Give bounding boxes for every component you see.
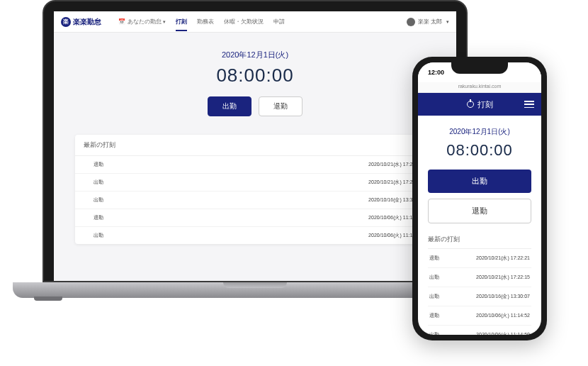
mobile-time: 08:00:00	[428, 141, 531, 160]
punch-type: 退勤	[94, 214, 103, 221]
punch-type: 出勤	[429, 331, 439, 335]
list-item: 退勤2020/10/21(水) 17:22:21	[428, 249, 531, 268]
punch-type: 出勤	[94, 179, 103, 186]
current-time: 08:00:00	[75, 65, 435, 87]
table-row: 出勤2020/10/06(火) 11:14:50	[75, 227, 435, 244]
logo-icon: 楽	[61, 17, 71, 27]
punch-timestamp: 2020/10/06(火) 11:14:50	[476, 331, 530, 335]
calendar-icon: 📅	[118, 18, 125, 25]
hamburger-icon	[524, 101, 534, 108]
punch-type: 退勤	[429, 312, 439, 319]
punch-timestamp: 2020/10/16(金) 13:30:07	[476, 293, 530, 300]
current-date: 2020年12月1日(火)	[75, 50, 435, 60]
list-item: 退勤2020/10/06(火) 11:14:52	[428, 306, 531, 326]
brand-logo[interactable]: 楽 楽楽勤怠	[61, 17, 101, 27]
mobile-date: 2020年12月1日(火)	[428, 127, 531, 137]
punch-timestamp: 2020/10/21(水) 17:22:15	[476, 274, 530, 281]
list-item: 出勤2020/10/16(金) 13:30:07	[428, 287, 531, 306]
nav-attendance[interactable]: 📅あなたの勤怠▾	[118, 12, 166, 31]
table-row: 退勤2020/10/06(火) 11:14:52	[75, 209, 435, 227]
list-item: 出勤2020/10/21(水) 17:22:15	[428, 268, 531, 287]
recent-title: 最新の打刻	[75, 135, 435, 156]
nav-request[interactable]: 申請	[273, 12, 285, 31]
main-nav: 📅あなたの勤怠▾ 打刻 勤務表 休暇・欠勤状況 申請	[118, 12, 285, 31]
mobile-recent-title: 最新の打刻	[428, 229, 531, 249]
phone-mockup: 12:00 rakuraku.kintai.com 打刻 2020年12月1日(…	[412, 57, 547, 340]
chevron-down-icon: ▾	[163, 19, 166, 24]
user-menu[interactable]: 楽楽 太郎 ▾	[407, 18, 449, 26]
list-item: 出勤2020/10/06(火) 11:14:50	[428, 326, 531, 335]
mobile-clock-out-button[interactable]: 退勤	[428, 199, 531, 223]
punch-timestamp: 2020/10/06(火) 11:14:52	[476, 312, 530, 319]
avatar-icon	[407, 18, 415, 26]
table-row: 出勤2020/10/16(金) 13:30:07	[75, 192, 435, 209]
mobile-clock-in-button[interactable]: 出勤	[428, 170, 531, 193]
punch-timestamp: 2020/10/21(水) 17:22:21	[476, 255, 530, 262]
mobile-header: 打刻	[418, 93, 541, 116]
browser-url: rakuraku.kintai.com	[418, 82, 541, 93]
punch-type: 出勤	[94, 232, 103, 239]
mobile-main: 2020年12月1日(火) 08:00:00 出勤 退勤 最新の打刻 退勤202…	[418, 116, 541, 335]
nav-leave[interactable]: 休暇・欠勤状況	[224, 12, 264, 31]
user-name: 楽楽 太郎	[418, 18, 442, 26]
punch-type: 退勤	[429, 255, 439, 262]
brand-text: 楽楽勤怠	[73, 17, 101, 27]
desktop-main: 2020年12月1日(火) 08:00:00 出勤 退勤 最新の打刻 退勤202…	[54, 33, 456, 261]
table-row: 退勤2020/10/21(水) 17:22:21	[75, 156, 435, 174]
stopwatch-icon	[467, 101, 474, 108]
phone-notch	[451, 62, 508, 74]
clock-in-button[interactable]: 出勤	[208, 96, 251, 116]
hamburger-menu[interactable]	[524, 101, 534, 108]
recent-punches-card: 最新の打刻 退勤2020/10/21(水) 17:22:21出勤2020/10/…	[75, 135, 435, 244]
table-row: 出勤2020/10/21(水) 17:22:15	[75, 174, 435, 192]
status-clock: 12:00	[428, 69, 444, 76]
mobile-title: 打刻	[477, 99, 493, 110]
punch-type: 出勤	[429, 293, 439, 300]
chevron-down-icon: ▾	[446, 19, 449, 25]
punch-type: 出勤	[94, 196, 103, 204]
nav-clock[interactable]: 打刻	[176, 12, 187, 31]
punch-type: 出勤	[429, 274, 439, 281]
laptop-mockup: 楽 楽楽勤怠 📅あなたの勤怠▾ 打刻 勤務表 休暇・欠勤状況 申請 楽楽 太郎 …	[43, 0, 468, 298]
desktop-header: 楽 楽楽勤怠 📅あなたの勤怠▾ 打刻 勤務表 休暇・欠勤状況 申請 楽楽 太郎 …	[54, 11, 456, 33]
nav-schedule[interactable]: 勤務表	[197, 12, 214, 31]
clock-out-button[interactable]: 退勤	[259, 96, 303, 116]
punch-type: 退勤	[94, 161, 103, 168]
